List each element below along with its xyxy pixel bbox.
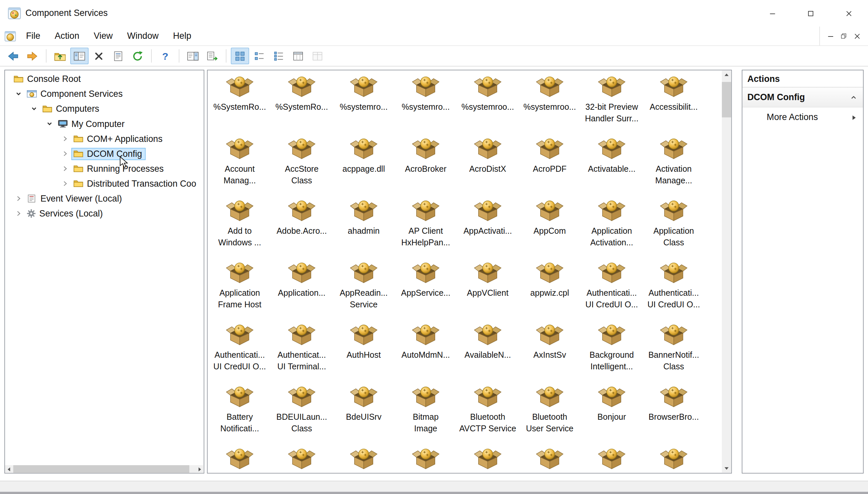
dcom-item[interactable]: acppage.dll xyxy=(333,134,395,196)
child-minimize-button[interactable] xyxy=(825,31,837,41)
more-actions-item[interactable]: More Actions xyxy=(743,108,863,127)
dcom-item[interactable]: ahadmin xyxy=(333,196,395,258)
dcom-item[interactable]: BackgroundIntelligent... xyxy=(581,320,643,382)
dcom-item[interactable]: Accessibilit... xyxy=(643,71,705,133)
dcom-item[interactable] xyxy=(209,443,271,473)
dcom-item[interactable]: %systemroo... xyxy=(519,71,581,133)
dcom-item[interactable]: BatteryNotificati... xyxy=(209,382,271,443)
dcom-item[interactable]: AppVClient xyxy=(457,258,519,320)
tree-expander-icon[interactable] xyxy=(27,105,40,113)
tree-expander-icon[interactable] xyxy=(58,135,71,143)
tree-item-dcom-config[interactable]: DCOM Config xyxy=(5,146,204,161)
dcom-item[interactable]: appwiz.cpl xyxy=(519,258,581,320)
properties-button[interactable] xyxy=(109,48,127,64)
tree-expander-icon[interactable] xyxy=(58,179,71,188)
dcom-item[interactable]: Add toWindows ... xyxy=(209,196,271,258)
dcom-item[interactable]: AppService... xyxy=(395,258,457,320)
scroll-right-arrow-icon[interactable] xyxy=(196,465,204,473)
menu-action[interactable]: Action xyxy=(47,26,86,45)
tree-item-services-local[interactable]: Services (Local) xyxy=(5,206,204,221)
scroll-down-arrow-icon[interactable] xyxy=(722,463,731,473)
dcom-item[interactable] xyxy=(457,443,519,473)
dcom-item[interactable]: AcroPDF xyxy=(519,134,581,196)
tree-expander-icon[interactable] xyxy=(12,90,25,98)
dcom-item[interactable]: AppCom xyxy=(519,196,581,258)
delete-button[interactable] xyxy=(90,48,108,64)
export-list-button[interactable] xyxy=(203,48,221,64)
tree-item-running-processes[interactable]: Running Processes xyxy=(5,161,204,176)
dcom-item[interactable] xyxy=(333,443,395,473)
dcom-item[interactable]: %systemroo... xyxy=(457,71,519,133)
dcom-item[interactable]: ApplicationFrame Host xyxy=(209,258,271,320)
dcom-item[interactable]: AuthHost xyxy=(333,320,395,382)
menu-window[interactable]: Window xyxy=(120,26,166,45)
dcom-item[interactable]: %SystemRo... xyxy=(209,71,271,133)
tree-item-distributed-transaction-coo[interactable]: Distributed Transaction Coo xyxy=(5,176,204,191)
dcom-item[interactable]: %SystemRo... xyxy=(271,71,333,133)
dcom-item[interactable]: AppReadin...Service xyxy=(333,258,395,320)
up-one-level-button[interactable] xyxy=(51,48,69,64)
dcom-item[interactable]: AP ClientHxHelpPan... xyxy=(395,196,457,258)
chevron-up-icon[interactable] xyxy=(850,93,857,101)
minimize-button[interactable] xyxy=(753,0,791,26)
dcom-item[interactable] xyxy=(581,443,643,473)
dcom-item[interactable]: AxInstSv xyxy=(519,320,581,382)
tree-expander-icon[interactable] xyxy=(12,194,25,203)
scroll-up-arrow-icon[interactable] xyxy=(722,70,731,80)
dcom-item[interactable]: %systemro... xyxy=(333,71,395,133)
dcom-item[interactable]: 32-bit PreviewHandler Surr... xyxy=(581,71,643,133)
dcom-item[interactable]: Authenticati...UI CredUI O... xyxy=(643,258,705,320)
menu-view[interactable]: View xyxy=(86,26,120,45)
back-button[interactable] xyxy=(4,48,22,64)
dcom-item[interactable]: Bonjour xyxy=(581,382,643,443)
view-list-button[interactable] xyxy=(270,48,288,64)
tree-item-com-applications[interactable]: COM+ Applications xyxy=(5,131,204,146)
dcom-item[interactable]: Authenticati...UI CredUI O... xyxy=(581,258,643,320)
dcom-item[interactable]: Authenticati...UI CredUI O... xyxy=(209,320,271,382)
dcom-item[interactable] xyxy=(271,443,333,473)
dcom-item[interactable]: %systemro... xyxy=(395,71,457,133)
vertical-scrollbar-thumb[interactable] xyxy=(722,82,731,117)
dcom-item[interactable]: BluetoothUser Service xyxy=(519,382,581,443)
view-details-button[interactable] xyxy=(289,48,307,64)
dcom-item[interactable]: Application... xyxy=(271,258,333,320)
horizontal-scrollbar-thumb[interactable] xyxy=(13,465,189,473)
dcom-item[interactable]: AccStoreClass xyxy=(271,134,333,196)
tree-expander-icon[interactable] xyxy=(58,150,71,158)
maximize-button[interactable] xyxy=(792,0,830,26)
tree-expander-icon[interactable] xyxy=(43,120,56,128)
menu-help[interactable]: Help xyxy=(166,26,198,45)
show-console-tree-button[interactable] xyxy=(70,48,88,64)
tree-item-component-services[interactable]: Component Services xyxy=(5,87,204,101)
dcom-item[interactable]: AvailableN... xyxy=(457,320,519,382)
view-small-icons-button[interactable] xyxy=(250,48,269,64)
dcom-item[interactable]: ApplicationClass xyxy=(643,196,705,258)
tree-expander-icon[interactable] xyxy=(12,209,25,217)
dcom-item[interactable] xyxy=(643,443,705,473)
dcom-item[interactable]: AcroBroker xyxy=(395,134,457,196)
close-button[interactable] xyxy=(830,0,868,26)
dcom-item[interactable]: AppActivati... xyxy=(457,196,519,258)
dcom-item[interactable]: BitmapImage xyxy=(395,382,457,443)
dcom-item[interactable]: BdeUISrv xyxy=(333,382,395,443)
dcom-item[interactable]: BannerNotif...Class xyxy=(643,320,705,382)
view-large-icons-button[interactable] xyxy=(231,48,249,64)
tree-item-my-computer[interactable]: My Computer xyxy=(5,116,204,131)
menu-file[interactable]: File xyxy=(19,26,47,45)
forward-button[interactable] xyxy=(23,48,41,64)
scroll-left-arrow-icon[interactable] xyxy=(5,465,13,473)
dcom-item[interactable]: AcroDistX xyxy=(457,134,519,196)
tree-expander-icon[interactable] xyxy=(58,165,71,173)
dcom-item[interactable]: AutoMdmN... xyxy=(395,320,457,382)
help-button[interactable]: ? xyxy=(156,48,174,64)
dcom-item[interactable]: AccountManag... xyxy=(209,134,271,196)
tree-item-console-root[interactable]: Console Root xyxy=(5,71,204,86)
dcom-item[interactable]: Activatable... xyxy=(581,134,643,196)
dcom-item[interactable]: BluetoothAVCTP Service xyxy=(457,382,519,443)
dcom-item[interactable]: BrowserBro... xyxy=(643,382,705,443)
dcom-item[interactable]: Adobe.Acro... xyxy=(271,196,333,258)
tree-item-event-viewer-local[interactable]: Event Viewer (Local) xyxy=(5,191,204,206)
vertical-scrollbar[interactable] xyxy=(722,70,731,473)
child-close-button[interactable] xyxy=(851,31,863,41)
dcom-item[interactable]: BDEUILaun...Class xyxy=(271,382,333,443)
